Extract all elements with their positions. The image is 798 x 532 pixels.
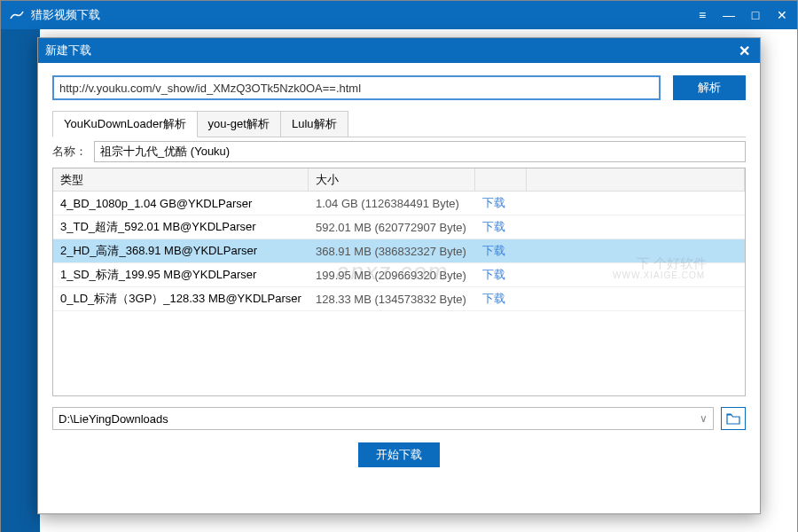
parse-button[interactable]: 解析 (673, 75, 746, 100)
download-link[interactable]: 下载 (482, 292, 505, 305)
table-body: 4_BD_1080p_1.04 GB@YKDLParser1.04 GB (11… (53, 192, 745, 311)
maximize-icon[interactable]: □ (747, 7, 763, 23)
main-titlebar: 猎影视频下载 ≡ — □ ✕ (1, 1, 797, 29)
cell-type: 3_TD_超清_592.01 MB@YKDLParser (53, 219, 309, 235)
cell-action: 下载 (475, 243, 527, 259)
table-row[interactable]: 2_HD_高清_368.91 MB@YKDLParser368.91 MB (3… (53, 239, 745, 263)
tab-you-get[interactable]: you-get解析 (197, 111, 281, 137)
cell-type: 4_BD_1080p_1.04 GB@YKDLParser (53, 197, 309, 210)
download-link[interactable]: 下载 (482, 220, 505, 233)
app-icon (8, 6, 26, 24)
folder-icon (726, 412, 740, 425)
cell-type: 2_HD_高清_368.91 MB@YKDLParser (53, 243, 309, 259)
tab-lulu[interactable]: Lulu解析 (280, 111, 348, 137)
url-row: 解析 (52, 75, 746, 100)
dialog-titlebar: 新建下载 ✕ (38, 38, 760, 63)
format-table: 类型 大小 4_BD_1080p_1.04 GB@YKDLParser1.04 … (52, 168, 746, 396)
parser-tabs: YouKuDownLoader解析 you-get解析 Lulu解析 (52, 111, 746, 137)
table-header: 类型 大小 (53, 168, 745, 192)
cell-action: 下载 (475, 291, 527, 307)
start-row: 开始下载 (52, 442, 746, 467)
cell-size: 1.04 GB (1126384491 Byte) (309, 197, 475, 210)
cell-size: 368.91 MB (386832327 Byte) (309, 245, 475, 258)
cell-size: 592.01 MB (620772907 Byte) (309, 221, 475, 234)
dialog-close-icon[interactable]: ✕ (735, 42, 753, 59)
url-input[interactable] (52, 75, 661, 100)
table-row[interactable]: 0_LD_标清（3GP）_128.33 MB@YKDLParser128.33 … (53, 287, 745, 311)
col-type[interactable]: 类型 (53, 168, 309, 191)
cell-action: 下载 (475, 267, 527, 283)
download-link[interactable]: 下载 (482, 244, 505, 257)
name-label: 名称： (52, 144, 87, 160)
col-action (475, 168, 527, 191)
tab-youku-downloader[interactable]: YouKuDownLoader解析 (52, 111, 198, 137)
minimize-icon[interactable]: — (721, 7, 737, 23)
download-link[interactable]: 下载 (482, 268, 505, 281)
dialog-body: 解析 YouKuDownLoader解析 you-get解析 Lulu解析 名称… (38, 63, 760, 480)
table-row[interactable]: 1_SD_标清_199.95 MB@YKDLParser199.95 MB (2… (53, 263, 745, 287)
dialog-title: 新建下载 (45, 43, 735, 59)
cell-size: 128.33 MB (134573832 Byte) (309, 293, 475, 306)
chevron-down-icon: ∨ (700, 412, 708, 425)
cell-type: 1_SD_标清_199.95 MB@YKDLParser (53, 267, 309, 283)
cell-size: 199.95 MB (209669320 Byte) (309, 269, 475, 282)
window-controls: ≡ — □ ✕ (694, 7, 790, 23)
download-link[interactable]: 下载 (482, 196, 505, 209)
download-path-select[interactable]: D:\LieYingDownloads ∨ (52, 407, 714, 430)
name-input[interactable] (94, 141, 746, 162)
start-download-button[interactable]: 开始下载 (358, 442, 440, 467)
cell-type: 0_LD_标清（3GP）_128.33 MB@YKDLParser (53, 291, 309, 307)
download-path-value: D:\LieYingDownloads (59, 412, 168, 426)
path-row: D:\LieYingDownloads ∨ (52, 407, 746, 430)
cell-action: 下载 (475, 219, 527, 235)
new-download-dialog: 新建下载 ✕ 解析 YouKuDownLoader解析 you-get解析 Lu… (37, 37, 761, 514)
sidebar (1, 29, 40, 532)
table-row[interactable]: 4_BD_1080p_1.04 GB@YKDLParser1.04 GB (11… (53, 192, 745, 215)
cell-action: 下载 (475, 195, 527, 211)
main-window-title: 猎影视频下载 (31, 7, 694, 23)
col-size[interactable]: 大小 (309, 168, 475, 191)
name-row: 名称： (52, 141, 746, 162)
table-row[interactable]: 3_TD_超清_592.01 MB@YKDLParser592.01 MB (6… (53, 215, 745, 239)
col-rest (527, 168, 745, 191)
menu-icon[interactable]: ≡ (694, 7, 710, 23)
browse-folder-button[interactable] (721, 407, 746, 430)
close-icon[interactable]: ✕ (774, 7, 790, 23)
